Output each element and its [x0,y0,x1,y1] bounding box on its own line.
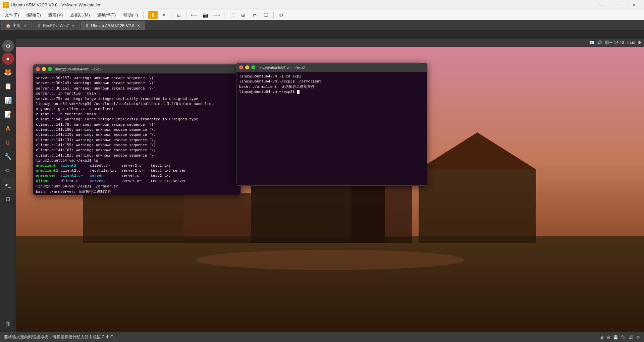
window-controls: — □ ✕ [595,2,641,8]
tab-home-label: 主页 [13,23,21,28]
sidebar-btn-tools[interactable]: 🔧 [1,150,15,163]
maximize-button[interactable]: □ [610,2,626,8]
tab-home-icon: 🏠 [6,23,11,28]
menu-help[interactable]: 帮助(H) [120,11,141,19]
tab-rocedu-close[interactable]: ✕ [71,23,75,28]
tab-home-close[interactable]: ✕ [23,23,28,28]
terminal-minimize-dot[interactable] [42,67,46,71]
top-status-bar: 📧 🔊 周一 14:43 linux ⚙ [16,39,644,47]
terminal-1-title: linux@ubuntu64-vm: ~/exp3 [55,67,101,71]
display-button[interactable]: 🖵 [261,11,271,19]
svg-point-10 [196,250,464,270]
network-icon: 📧 [589,40,594,45]
sidebar-btn-trash[interactable]: 🗑 [1,317,15,331]
bottom-right-icons: 🖥 🖨 💾 🔌 🔊 ⚙ [600,335,640,340]
sidebar-btn-power[interactable]: ● [2,53,14,65]
status-text: 要将输入定向到该虚拟机，请将鼠标指针移入其中或按 Ctrl+G。 [4,334,117,340]
snapshot-button[interactable]: 📷 [200,11,211,19]
snapshot-prev-button[interactable]: ⟵ [189,11,199,19]
tabbar: 🏠 主页 ✕ 🖥 RocEDU.Win7 ✕ 🖥 Ubuntu ARM V12B… [0,20,644,30]
sidebar-btn-notes[interactable]: 📝 [1,108,15,121]
sep3 [186,12,186,18]
terminal-1-command: linux@ubuntu64-vm:~/exp3$ ./armserver ba… [36,184,238,195]
menu-edit[interactable]: 编辑(E) [23,11,44,19]
terminal-window-1[interactable]: linux@ubuntu64-vm: ~/exp3 server.c:30:13… [33,64,241,195]
switch-button[interactable]: ⇄ [249,11,260,19]
toolbar-group: ⏸ ▾ ⊡ ⟵ 📷 ⟶ ⛶ ⊞ ⇄ 🖵 ⚙ [148,11,286,19]
menu-file[interactable]: 文件(F) [1,11,22,19]
full-screen-button[interactable]: ⛶ [226,11,237,19]
pause-button[interactable]: ⏸ [148,11,158,19]
prefs-button[interactable]: ⚙ [276,11,286,19]
sidebar-btn-vm[interactable]: ⊡ [1,192,15,206]
wifi-icon: 🔊 [597,40,602,45]
terminal-2-title: linux@ubuntu64-vm: ~/exp3 [259,65,305,69]
menu-vm[interactable]: 虚拟机(M) [67,11,93,19]
menubar: 文件(F) 编辑(E) 查看(V) 虚拟机(M) 选项卡(T) 帮助(H) ⏸ … [0,10,644,20]
terminal-close-dot[interactable] [36,67,40,71]
svg-rect-6 [352,183,412,243]
sep5 [273,12,274,18]
tab-rocedu[interactable]: 🖥 RocEDU.Win7 ✕ [33,21,80,30]
dropdown-button[interactable]: ▾ [158,11,169,19]
terminal-2-minimize-dot[interactable] [245,65,249,69]
menu-view[interactable]: 查看(V) [45,11,66,19]
terminal-window-2[interactable]: linux@ubuntu64-vm: ~/exp3 linux@ubuntu64… [236,63,427,186]
svg-rect-4 [419,169,536,243]
terminal-2-content: linux@ubuntu64-vm:~$ cd exp3 linux@ubunt… [239,74,424,95]
terminal-2-close-dot[interactable] [239,65,243,69]
bottom-icon-3[interactable]: 💾 [613,335,618,340]
menu-tabs[interactable]: 选项卡(T) [94,11,119,19]
sidebar: ⚙ ● 🦊 📋 📊 📝 A U 🔧 ✏ >_ ⊡ 🗑 [0,39,16,332]
tab-home[interactable]: 🏠 主页 ✕ [1,21,32,30]
bottom-icon-5[interactable]: 🔊 [629,335,634,340]
settings-icon[interactable]: ⚙ [638,40,641,45]
terminal-2-maximize-dot[interactable] [251,65,255,69]
user-label: linux [627,40,635,45]
terminal-1-content: server.c:30:137: warning: unknown escape… [36,75,238,163]
sep4 [224,12,224,18]
app-icon: V [3,2,9,8]
sidebar-btn-text[interactable]: A [1,122,15,135]
tab-ubuntu-icon: 🖥 [85,23,89,28]
bottom-icon-2[interactable]: 🖨 [606,335,610,340]
minimize-button[interactable]: — [595,2,610,8]
clock: 周一 14:43 [605,40,624,46]
svg-rect-5 [184,193,251,243]
bottom-icon-1[interactable]: 🖥 [600,335,604,340]
sidebar-btn-spreadsheet[interactable]: 📊 [1,94,15,107]
window-title: Ubuntu ARM V12B V2.0 - VMware Workstatio… [11,2,595,7]
sidebar-btn-files[interactable]: 📋 [1,79,15,93]
sidebar-btn-ubuntu[interactable]: U [1,136,15,149]
snapshot-next-button[interactable]: ⟶ [211,11,222,19]
terminal-1-body[interactable]: server.c:30:137: warning: unknown escape… [33,73,240,195]
terminal-2-titlebar: linux@ubuntu64-vm: ~/exp3 [236,63,427,72]
bottom-icon-4[interactable]: 🔌 [621,335,626,340]
titlebar: V Ubuntu ARM V12B V2.0 - VMware Workstat… [0,0,644,10]
sep2 [171,12,171,18]
terminal-maximize-dot[interactable] [48,67,52,71]
main-area: linux@ubuntu64-vm: ~/exp3 server.c:30:13… [16,47,644,332]
tab-ubuntu-label: Ubuntu ARM V12B V2.0 [91,23,134,28]
send-ctrl-button[interactable]: ⊡ [173,11,184,19]
bottom-status-bar: 要将输入定向到该虚拟机，请将鼠标指针移入其中或按 Ctrl+G。 🖥 🖨 💾 🔌… [0,332,644,342]
terminal-2-body[interactable]: linux@ubuntu64-vm:~$ cd exp3 linux@ubunt… [236,72,427,185]
terminal-1-titlebar: linux@ubuntu64-vm: ~/exp3 [33,65,240,73]
unity-button[interactable]: ⊞ [238,11,249,19]
tab-ubuntu-arm[interactable]: 🖥 Ubuntu ARM V12B V2.0 ✕ [80,21,145,30]
tab-ubuntu-close[interactable]: ✕ [136,23,141,28]
sidebar-btn-settings[interactable]: ⚙ [2,40,14,52]
toolbar-separator [143,12,144,18]
tab-rocedu-icon: 🖥 [37,23,41,28]
sidebar-btn-terminal[interactable]: >_ [1,178,15,191]
sidebar-btn-pencil[interactable]: ✏ [1,164,15,177]
tab-rocedu-label: RocEDU.Win7 [43,23,69,28]
close-button[interactable]: ✕ [626,2,641,8]
bottom-icon-6[interactable]: ⚙ [636,335,640,340]
ls-output: armclient armclient2 armserver client cl… [36,163,238,184]
sidebar-btn-firefox[interactable]: 🦊 [1,65,15,79]
